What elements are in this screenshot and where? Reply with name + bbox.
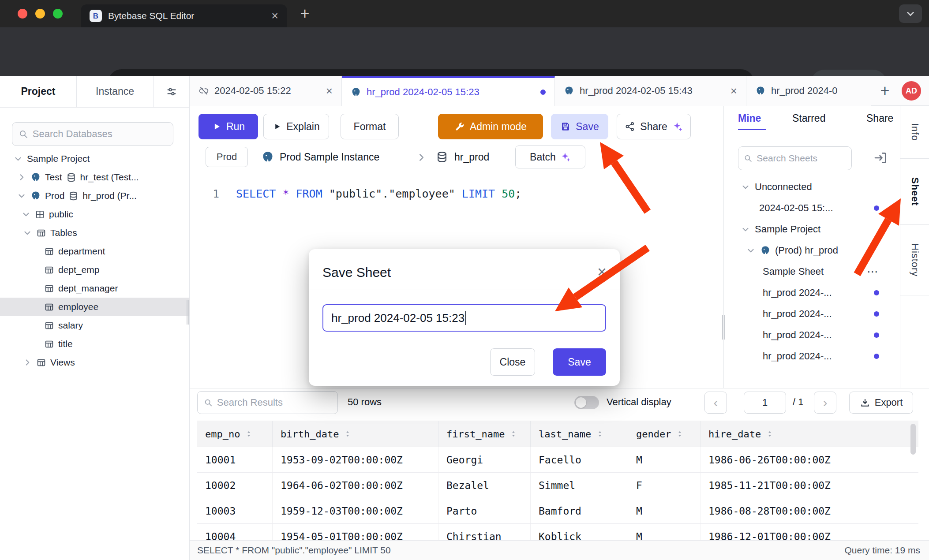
sheet-item[interactable]: hr_prod 2024-... — [724, 282, 900, 303]
sheets-tab-mine[interactable]: Mine — [738, 112, 761, 124]
run-button[interactable]: Run — [199, 114, 258, 139]
sheet-item[interactable]: hr_prod 2024-... — [724, 325, 900, 346]
sort-icon[interactable] — [244, 429, 253, 438]
window-close-button[interactable] — [18, 9, 27, 19]
tree-item-test-db[interactable]: Test hr_test (Test... — [0, 168, 190, 187]
table-row[interactable]: 10002 1964-06-02T00:00:00Z Bezalel Simme… — [197, 473, 918, 498]
breadcrumb-instance[interactable]: Prod Sample Instance — [280, 151, 379, 163]
collapse-panel-icon[interactable] — [873, 150, 888, 165]
sheet-item[interactable]: Sample Sheet ⋯ — [724, 261, 900, 282]
sort-icon[interactable] — [343, 429, 352, 438]
database-search-input[interactable] — [33, 128, 167, 140]
close-tab-icon[interactable]: × — [326, 85, 333, 97]
column-header[interactable]: hire_date — [700, 421, 918, 447]
refresh-icon[interactable] — [603, 149, 619, 166]
sheet-item[interactable]: hr_prod 2024-... — [724, 346, 900, 367]
tree-item-table[interactable]: dept_manager — [0, 279, 190, 298]
environment-chip[interactable]: Prod — [206, 147, 248, 167]
prev-page-button[interactable]: ‹ — [704, 392, 727, 414]
tree-item-views[interactable]: Views — [0, 353, 190, 372]
dialog-close-icon[interactable]: × — [597, 264, 607, 280]
column-header[interactable]: emp_no — [197, 421, 273, 447]
column-header[interactable]: birth_date — [273, 421, 438, 447]
chevron-down-icon[interactable] — [741, 224, 750, 234]
panel-resize-handle[interactable] — [722, 315, 725, 340]
sheet-group-unconnected[interactable]: Unconnected — [724, 176, 900, 198]
dialog-close-button[interactable]: Close — [490, 348, 535, 376]
strip-tab-info[interactable]: Info — [900, 106, 929, 159]
user-avatar[interactable]: AD — [902, 81, 921, 101]
table-row[interactable]: 10003 1959-12-03T00:00:00Z Parto Bamford… — [197, 498, 918, 524]
column-header[interactable]: gender — [628, 421, 700, 447]
dialog-save-button[interactable]: Save — [553, 348, 606, 376]
table-row[interactable]: 10004 1954-05-01T00:00:00Z Chirstian Kob… — [197, 524, 918, 540]
batch-button[interactable]: Batch — [515, 146, 585, 168]
window-zoom-button[interactable] — [53, 9, 63, 19]
chevron-down-icon[interactable] — [13, 154, 23, 164]
sidebar-filter-button[interactable] — [154, 76, 189, 107]
tree-item-table-selected[interactable]: employee — [0, 298, 190, 316]
sql-code-line[interactable]: SELECT * FROM "public"."employee" LIMIT … — [236, 184, 521, 204]
sort-icon[interactable] — [509, 429, 518, 438]
table-row[interactable]: 10001 1953-09-02T00:00:00Z Georgi Facell… — [197, 447, 918, 473]
close-tab-icon[interactable]: × — [730, 85, 737, 97]
sort-icon[interactable] — [596, 429, 604, 438]
sheet-tab-2[interactable]: hr_prod 2024-02-05 15:43 × — [555, 76, 746, 106]
sheets-tab-starred[interactable]: Starred — [792, 112, 825, 124]
sheet-tab-0[interactable]: 2024-02-05 15:22 × — [190, 76, 342, 106]
browser-tab[interactable]: B Bytebase SQL Editor × — [81, 4, 287, 27]
tab-instance[interactable]: Instance — [77, 76, 154, 107]
strip-tab-history[interactable]: History — [900, 225, 929, 295]
chevron-down-icon[interactable] — [741, 182, 750, 192]
column-header[interactable]: last_name — [531, 421, 628, 447]
sheet-search-input[interactable] — [757, 153, 846, 164]
sheet-tab-1-active[interactable]: hr_prod 2024-02-05 15:23 — [342, 76, 555, 106]
sheet-item[interactable]: hr_prod 2024-... — [724, 303, 900, 325]
browser-tab-close-icon[interactable]: × — [271, 10, 278, 22]
explain-button[interactable]: Explain — [263, 114, 329, 139]
page-input[interactable] — [747, 397, 783, 408]
new-sheet-tab-button[interactable]: + — [874, 80, 895, 101]
sheet-tab-3[interactable]: hr_prod 2024-0 — [746, 76, 871, 106]
tree-item-tables[interactable]: Tables — [0, 224, 190, 242]
breadcrumb-database[interactable]: hr_prod — [454, 151, 489, 163]
column-header[interactable]: first_name — [438, 421, 531, 447]
tree-item-project[interactable]: Sample Project — [0, 149, 190, 168]
export-button[interactable]: Export — [849, 392, 913, 414]
chevron-right-icon[interactable] — [22, 358, 32, 367]
window-minimize-button[interactable] — [35, 9, 45, 19]
sort-icon[interactable] — [765, 429, 774, 438]
chevron-down-icon[interactable] — [746, 246, 756, 255]
next-page-button[interactable]: › — [814, 392, 836, 414]
tab-project[interactable]: Project — [0, 76, 77, 107]
tree-item-table[interactable]: department — [0, 242, 190, 261]
tree-item-table[interactable]: salary — [0, 316, 190, 335]
new-tab-button[interactable]: + — [295, 4, 315, 24]
sheet-menu-icon[interactable]: ⋯ — [867, 265, 879, 279]
sheet-group-project[interactable]: Sample Project — [724, 219, 900, 240]
sheet-group-database[interactable]: (Prod) hr_prod — [724, 240, 900, 261]
results-search-input[interactable] — [217, 397, 331, 408]
tree-item-schema-public[interactable]: public — [0, 205, 190, 224]
chevron-down-icon[interactable] — [22, 228, 32, 238]
chevron-down-icon[interactable] — [17, 191, 26, 201]
chevron-right-icon[interactable] — [17, 172, 26, 182]
save-button[interactable]: Save — [551, 114, 608, 139]
text-caret — [465, 311, 466, 325]
share-button[interactable]: Share — [617, 114, 691, 139]
sheet-item[interactable]: 2024-02-05 15:... — [724, 198, 900, 219]
tree-item-table[interactable]: title — [0, 335, 190, 353]
sidebar-resize-handle[interactable] — [187, 300, 189, 325]
strip-tab-sheet[interactable]: Sheet — [900, 159, 929, 225]
format-button[interactable]: Format — [341, 114, 399, 139]
admin-mode-button[interactable]: Admin mode — [438, 114, 543, 139]
sheets-tab-share[interactable]: Share — [866, 112, 893, 124]
tree-item-prod-db[interactable]: Prod hr_prod (Pr... — [0, 187, 190, 205]
tab-list-button[interactable] — [899, 4, 922, 23]
tree-item-table[interactable]: dept_emp — [0, 261, 190, 279]
sort-icon[interactable] — [675, 429, 684, 438]
results-scrollbar[interactable] — [910, 424, 916, 455]
sheet-name-input[interactable]: hr_prod 2024-02-05 15:23 — [322, 304, 606, 332]
vertical-display-toggle[interactable] — [574, 396, 599, 409]
chevron-down-icon[interactable] — [21, 209, 31, 219]
